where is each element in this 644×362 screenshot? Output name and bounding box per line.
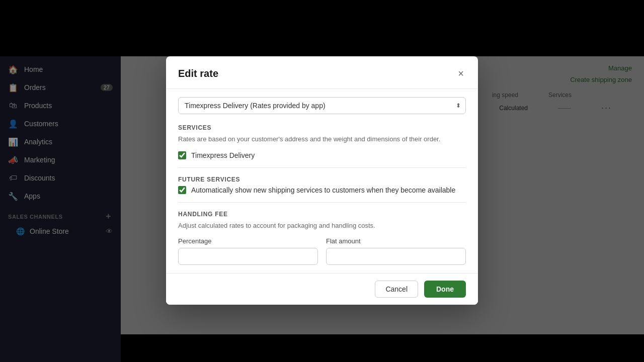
- cancel-button[interactable]: Cancel: [375, 281, 418, 298]
- divider-1: [178, 167, 466, 168]
- future-services-checkbox[interactable]: [178, 186, 186, 194]
- modal-header: Edit rate ×: [166, 56, 478, 89]
- percentage-label: Percentage: [178, 237, 318, 245]
- handling-fee-description: Adjust calculated rates to account for p…: [178, 221, 466, 231]
- handling-fee-heading: HANDLING FEE: [178, 211, 466, 218]
- divider-2: [178, 202, 466, 203]
- modal-footer: Cancel Done: [166, 273, 478, 305]
- services-section-heading: SERVICES: [178, 124, 466, 131]
- future-services-row: Automatically show new shipping services…: [178, 186, 466, 194]
- flat-amount-label: Flat amount: [326, 237, 466, 245]
- future-services-heading: FUTURE SERVICES: [178, 176, 466, 183]
- rate-provider-select[interactable]: Timexpress Delivery (Rates provided by a…: [178, 97, 466, 114]
- handling-fee-fields: Percentage Flat amount: [178, 237, 466, 265]
- modal-title: Edit rate: [178, 68, 218, 79]
- timexpress-delivery-label: Timexpress Delivery: [191, 151, 255, 159]
- services-description: Rates are based on your customer's addre…: [178, 134, 466, 144]
- timexpress-delivery-row: Timexpress Delivery: [178, 151, 466, 159]
- modal-body: Timexpress Delivery (Rates provided by a…: [166, 89, 478, 273]
- flat-amount-field: Flat amount: [326, 237, 466, 265]
- flat-amount-input[interactable]: [326, 248, 466, 265]
- percentage-field: Percentage: [178, 237, 318, 265]
- done-button[interactable]: Done: [424, 281, 466, 298]
- edit-rate-modal: Edit rate × Timexpress Delivery (Rates p…: [166, 56, 478, 305]
- percentage-input[interactable]: [178, 248, 318, 265]
- rate-provider-select-wrapper: Timexpress Delivery (Rates provided by a…: [178, 97, 466, 114]
- timexpress-delivery-checkbox[interactable]: [178, 151, 186, 159]
- modal-close-button[interactable]: ×: [456, 66, 466, 80]
- future-services-label: Automatically show new shipping services…: [191, 186, 455, 194]
